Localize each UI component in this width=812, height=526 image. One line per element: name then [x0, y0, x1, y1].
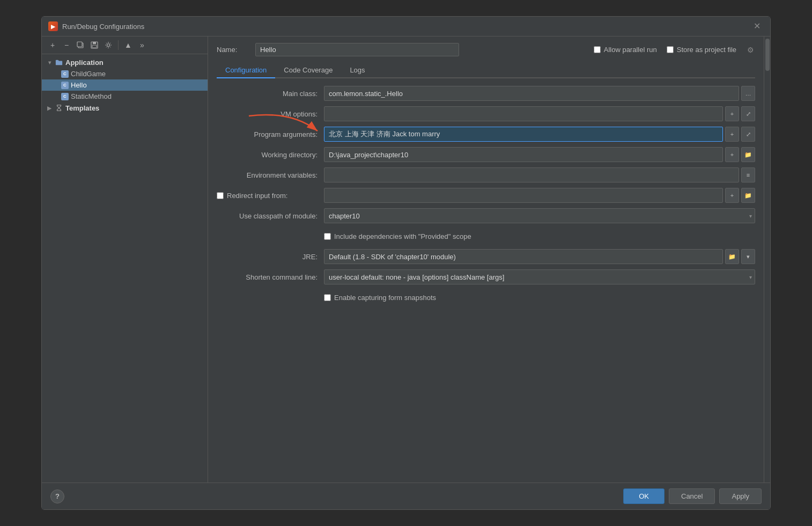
svg-rect-1 — [77, 42, 82, 47]
tree-item-hello[interactable]: C Hello — [42, 79, 208, 91]
tree-templates-group[interactable]: ▶ Templates — [42, 102, 208, 114]
vm-options-input[interactable] — [324, 106, 723, 121]
close-button[interactable]: ✕ — [750, 21, 764, 32]
save-config-button[interactable] — [88, 39, 101, 52]
classpath-module-select[interactable]: chapter10 — [324, 208, 755, 223]
include-dependencies-checkbox[interactable] — [324, 233, 331, 240]
enable-capturing-label: Enable capturing form snapshots — [334, 294, 436, 302]
add-config-button[interactable]: + — [46, 39, 59, 52]
enable-capturing-checkbox[interactable] — [324, 294, 331, 301]
main-class-input[interactable] — [324, 86, 739, 101]
expand-button[interactable]: » — [136, 39, 149, 52]
include-dependencies-row: Include dependencies with "Provided" sco… — [217, 229, 755, 244]
main-class-browse-button[interactable]: … — [741, 86, 755, 101]
right-panel: Name: Allow parallel run Store as projec… — [208, 36, 764, 483]
scroll-track — [764, 36, 770, 483]
scroll-thumb[interactable] — [765, 39, 770, 71]
settings-config-button[interactable] — [102, 39, 115, 52]
working-dir-browse-button[interactable]: 📁 — [741, 147, 755, 162]
help-button[interactable]: ? — [50, 490, 64, 503]
title-bar: ▶ Run/Debug Configurations ✕ — [42, 17, 770, 36]
include-dependencies-label: Include dependencies with "Provided" sco… — [334, 232, 471, 240]
vm-options-input-group: + ⤢ — [324, 106, 755, 121]
program-args-expand-button[interactable]: ⤢ — [741, 127, 755, 142]
program-arguments-row: Program arguments: + ⤢ — [217, 127, 755, 142]
environment-variables-browse-button[interactable]: ≡ — [741, 167, 755, 182]
left-toolbar: + − ▲ » — [42, 36, 208, 54]
jre-row: JRE: Default (1.8 - SDK of 'chapter10' m… — [217, 249, 755, 264]
cancel-button[interactable]: Cancel — [669, 488, 715, 504]
config-form: Main class: … VM options: + ⤢ — [217, 86, 755, 476]
hello-class-icon: C — [61, 82, 69, 89]
store-as-project-file-checkbox[interactable] — [667, 46, 674, 53]
childgame-label: ChildGame — [71, 70, 106, 78]
svg-rect-3 — [93, 42, 96, 44]
dialog-footer: ? OK Cancel Apply — [42, 483, 770, 509]
enable-capturing-row: Enable capturing form snapshots — [217, 290, 755, 305]
allow-parallel-run-checkbox[interactable] — [594, 46, 601, 53]
main-class-label: Main class: — [217, 90, 324, 98]
shorten-command-line-select[interactable]: user-local default: none - java [options… — [324, 269, 755, 284]
enable-capturing-group: Enable capturing form snapshots — [324, 294, 436, 302]
main-class-input-group: … — [324, 86, 755, 101]
program-arguments-label: Program arguments: — [217, 130, 324, 138]
remove-config-button[interactable]: − — [60, 39, 73, 52]
jre-dropdown-button[interactable]: ▾ — [741, 249, 755, 264]
jre-browse-button[interactable]: 📁 — [725, 249, 739, 264]
tree-arrow-templates: ▶ — [46, 105, 53, 111]
footer-right: OK Cancel Apply — [623, 488, 762, 504]
working-directory-row: Working directory: + 📁 — [217, 147, 755, 162]
working-directory-input[interactable] — [324, 147, 723, 162]
dialog-title: Run/Debug Configurations — [62, 23, 144, 31]
program-args-add-button[interactable]: + — [725, 127, 739, 142]
store-as-project-file-label: Store as project file — [677, 46, 736, 54]
vm-options-add-button[interactable]: + — [725, 106, 739, 121]
vm-options-expand-button[interactable]: ⤢ — [741, 106, 755, 121]
environment-variables-label: Environment variables: — [217, 171, 324, 179]
app-icon: ▶ — [48, 21, 58, 31]
working-directory-label: Working directory: — [217, 151, 324, 159]
program-arguments-input-group: + ⤢ — [324, 127, 755, 142]
redirect-input-row: Redirect input from: + 📁 — [217, 188, 755, 203]
hello-label: Hello — [71, 81, 87, 89]
environment-variables-row: Environment variables: ≡ — [217, 167, 755, 182]
program-arguments-input[interactable] — [324, 127, 723, 142]
application-folder-icon — [55, 58, 63, 67]
tree-arrow-application: ▾ — [46, 60, 53, 65]
shorten-command-line-select-wrapper: user-local default: none - java [options… — [324, 269, 755, 284]
ok-button[interactable]: OK — [623, 488, 665, 504]
copy-config-button[interactable] — [74, 39, 87, 52]
name-input[interactable] — [255, 43, 459, 56]
tab-code-coverage[interactable]: Code Coverage — [275, 63, 341, 78]
allow-parallel-run-label: Allow parallel run — [604, 46, 657, 54]
move-up-button[interactable]: ▲ — [122, 39, 135, 52]
svg-point-5 — [107, 44, 110, 47]
staticmethod-label: StaticMethod — [71, 92, 112, 100]
environment-variables-input[interactable] — [324, 167, 739, 182]
tree-application-group[interactable]: ▾ Application — [42, 56, 208, 68]
staticmethod-class-icon: C — [61, 93, 69, 100]
jre-select[interactable]: Default (1.8 - SDK of 'chapter10' module… — [324, 249, 723, 264]
main-class-row: Main class: … — [217, 86, 755, 101]
run-debug-dialog: ▶ Run/Debug Configurations ✕ + − ▲ — [41, 16, 771, 510]
footer-left: ? — [50, 490, 64, 503]
gear-button[interactable]: ⚙ — [746, 45, 755, 55]
apply-button[interactable]: Apply — [719, 488, 762, 504]
svg-rect-4 — [92, 45, 97, 48]
left-panel: + − ▲ » ▾ — [42, 36, 208, 483]
working-directory-input-group: + 📁 — [324, 147, 755, 162]
redirect-input-checkbox[interactable] — [217, 192, 224, 199]
redirect-input-browse-button[interactable]: 📁 — [741, 188, 755, 203]
redirect-input-text: Redirect input from: — [227, 192, 287, 200]
tab-configuration[interactable]: Configuration — [217, 63, 275, 78]
tree-item-childgame[interactable]: C ChildGame — [42, 68, 208, 79]
tab-logs[interactable]: Logs — [341, 63, 373, 78]
redirect-input-add-button[interactable]: + — [725, 188, 739, 203]
title-bar-left: ▶ Run/Debug Configurations — [48, 21, 144, 31]
redirect-input-input[interactable] — [324, 188, 723, 203]
shorten-command-line-label: Shorten command line: — [217, 273, 324, 281]
dialog-body: + − ▲ » ▾ — [42, 36, 770, 483]
working-dir-add-button[interactable]: + — [725, 147, 739, 162]
tree-item-staticmethod[interactable]: C StaticMethod — [42, 91, 208, 102]
templates-label: Templates — [65, 104, 99, 112]
